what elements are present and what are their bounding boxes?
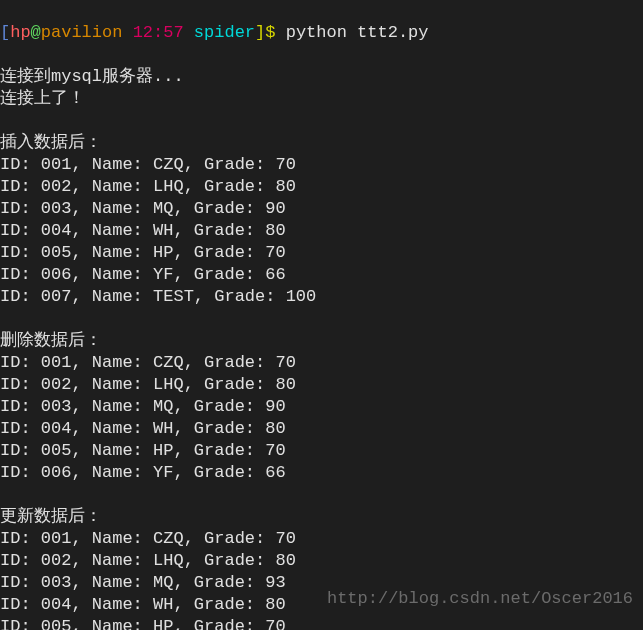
table-row: ID: 005, Name: HP, Grade: 70 (0, 617, 286, 630)
table-row: ID: 005, Name: HP, Grade: 70 (0, 441, 286, 460)
prompt-user: hp (10, 23, 30, 42)
watermark-text: http://blog.csdn.net/Oscer2016 (327, 588, 633, 610)
bracket-open: [ (0, 23, 10, 42)
table-row: ID: 002, Name: LHQ, Grade: 80 (0, 375, 296, 394)
table-row: ID: 002, Name: LHQ, Grade: 80 (0, 177, 296, 196)
table-row: ID: 005, Name: HP, Grade: 70 (0, 243, 286, 262)
table-row: ID: 003, Name: MQ, Grade: 93 (0, 573, 286, 592)
table-row: ID: 004, Name: WH, Grade: 80 (0, 221, 286, 240)
table-row: ID: 006, Name: YF, Grade: 66 (0, 265, 286, 284)
prompt-dir: spider (194, 23, 255, 42)
table-row: ID: 007, Name: TEST, Grade: 100 (0, 287, 316, 306)
output-connected: 连接上了！ (0, 89, 85, 108)
table-row: ID: 001, Name: CZQ, Grade: 70 (0, 353, 296, 372)
delete-header: 删除数据后： (0, 331, 102, 350)
prompt-dollar: $ (265, 23, 275, 42)
prompt-host: pavilion (41, 23, 123, 42)
table-row: ID: 003, Name: MQ, Grade: 90 (0, 199, 286, 218)
table-row: ID: 004, Name: WH, Grade: 80 (0, 595, 286, 614)
table-row: ID: 004, Name: WH, Grade: 80 (0, 419, 286, 438)
prompt-line-1: [hp@pavilion 12:57 spider]$ python ttt2.… (0, 22, 643, 44)
table-row: ID: 003, Name: MQ, Grade: 90 (0, 397, 286, 416)
update-header: 更新数据后： (0, 507, 102, 526)
prompt-time: 12:57 (133, 23, 184, 42)
bracket-close: ] (255, 23, 265, 42)
command-text: python ttt2.py (275, 23, 428, 42)
table-row: ID: 002, Name: LHQ, Grade: 80 (0, 551, 296, 570)
table-row: ID: 001, Name: CZQ, Grade: 70 (0, 155, 296, 174)
prompt-at: @ (31, 23, 41, 42)
table-row: ID: 001, Name: CZQ, Grade: 70 (0, 529, 296, 548)
table-row: ID: 006, Name: YF, Grade: 66 (0, 463, 286, 482)
output-connecting: 连接到mysql服务器... (0, 67, 184, 86)
insert-header: 插入数据后： (0, 133, 102, 152)
terminal-output[interactable]: [hp@pavilion 12:57 spider]$ python ttt2.… (0, 0, 643, 630)
